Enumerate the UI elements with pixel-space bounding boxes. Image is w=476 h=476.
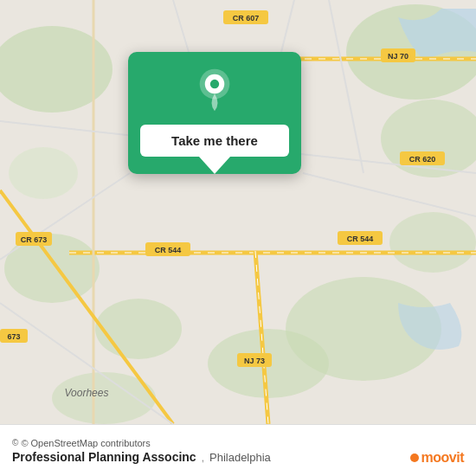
location-name: Professional Planning Associnc: [12, 450, 196, 464]
take-me-there-button[interactable]: Take me there: [140, 125, 289, 157]
moovit-text: moovit: [421, 450, 464, 466]
popup-arrow: [199, 157, 230, 174]
moovit-logo: moovit: [410, 450, 464, 466]
svg-text:NJ 70: NJ 70: [388, 52, 408, 61]
svg-text:Voorhees: Voorhees: [65, 387, 109, 399]
bottom-bar: © © OpenStreetMap contributors Professio…: [0, 424, 476, 476]
map-container: CR 607 NJ 70 CR 620 CR 544 CR 544 CR 673…: [0, 0, 476, 424]
svg-point-45: [210, 80, 219, 88]
moovit-dot-icon: [410, 453, 419, 462]
popup-card: Take me there: [128, 52, 301, 174]
svg-point-8: [9, 147, 78, 199]
svg-point-9: [389, 212, 476, 273]
location-pin-icon: [192, 68, 237, 113]
svg-text:CR 544: CR 544: [155, 246, 182, 254]
svg-text:CR 544: CR 544: [347, 235, 374, 243]
svg-text:CR 673: CR 673: [21, 235, 48, 244]
svg-text:NJ 73: NJ 73: [244, 357, 265, 365]
copyright-bar: © © OpenStreetMap contributors: [12, 438, 464, 448]
svg-point-6: [95, 299, 182, 359]
svg-text:CR 620: CR 620: [409, 155, 436, 164]
svg-text:CR 607: CR 607: [233, 14, 260, 23]
svg-text:673: 673: [7, 332, 20, 341]
copyright-icon: ©: [12, 438, 18, 447]
location-city: Philadelphia: [209, 451, 271, 464]
copyright-text: © OpenStreetMap contributors: [21, 438, 150, 448]
